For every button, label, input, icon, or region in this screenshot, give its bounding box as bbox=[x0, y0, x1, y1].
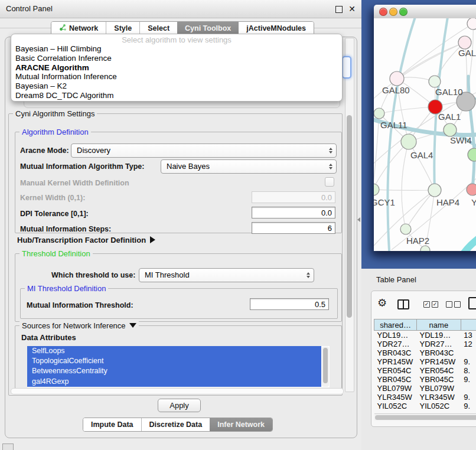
table-cell[interactable]: YDL19… bbox=[417, 331, 461, 340]
network-node-gal11[interactable] bbox=[374, 108, 384, 119]
network-node-gal1[interactable] bbox=[444, 123, 457, 136]
apply-button[interactable]: Apply bbox=[158, 399, 201, 412]
node-label-gal10: GAL10 bbox=[435, 87, 463, 97]
table-panel: Table Panel ⚙ ✓ ✓ shared…name YDL19…YDL1… bbox=[361, 269, 476, 450]
attribute-item-selfloops[interactable]: SelfLoops bbox=[27, 346, 321, 356]
table-cell[interactable]: 9. bbox=[461, 393, 476, 402]
float-window-icon[interactable] bbox=[335, 6, 343, 13]
table-cell[interactable]: YLR345W bbox=[374, 393, 417, 402]
attribute-item-betweennesscentrality[interactable]: BetweennessCentrality bbox=[27, 366, 321, 376]
data-attributes-list[interactable]: SelfLoopsTopologicalCoefficientBetweenne… bbox=[27, 346, 330, 387]
sources-toggle[interactable]: Sources for Network Inference bbox=[19, 321, 139, 330]
table-cell[interactable]: YER054C bbox=[417, 366, 461, 375]
tab-jactivemnodules[interactable]: jActiveMNodules bbox=[239, 22, 314, 35]
network-node-hap4[interactable] bbox=[428, 184, 441, 197]
table-cell[interactable]: YDR27… bbox=[374, 340, 417, 348]
table-cell[interactable]: YPR145W bbox=[417, 357, 461, 366]
table-cell[interactable]: YBL079W bbox=[374, 384, 417, 393]
table-cell[interactable]: YPR145W bbox=[374, 357, 417, 366]
attribute-item-topologicalcoefficient[interactable]: TopologicalCoefficient bbox=[27, 356, 321, 366]
network-node-gal[interactable] bbox=[458, 36, 471, 49]
scrollbar-thumb[interactable] bbox=[323, 348, 328, 383]
collapse-arrow-icon bbox=[129, 323, 136, 328]
table-cell[interactable]: YIL052C bbox=[417, 402, 461, 410]
table-cell[interactable]: YBR045C bbox=[374, 375, 417, 384]
table-cell[interactable]: YDR27… bbox=[417, 340, 461, 348]
table-cell[interactable]: YDL19… bbox=[374, 331, 417, 340]
group-title: Cyni Algorithm Settings bbox=[13, 109, 97, 118]
kernel-width-field bbox=[252, 191, 335, 203]
dropdown-option-bayesian-hill-climbing[interactable]: Bayesian – Hill Climbing bbox=[14, 44, 340, 54]
node-label-gal11: GAL11 bbox=[380, 120, 407, 130]
table-cell[interactable]: YBR043C bbox=[417, 348, 461, 357]
manual-kernel-width-checkbox[interactable] bbox=[325, 177, 334, 187]
table-cell[interactable]: 9. bbox=[461, 402, 476, 410]
dpi-tolerance-field[interactable] bbox=[252, 207, 335, 219]
dropdown-option-aracne-algorithm[interactable]: ARACNE Algorithm bbox=[14, 63, 340, 73]
table-cell[interactable]: 13 bbox=[461, 331, 476, 340]
table-cell[interactable] bbox=[461, 384, 476, 393]
table-cell[interactable]: 9. bbox=[461, 375, 476, 384]
hub-definition-toggle[interactable]: Hub/Transcription Factor Definition bbox=[17, 236, 155, 244]
scrollbar-thumb[interactable] bbox=[375, 415, 476, 420]
table-cell[interactable]: YBR045C bbox=[417, 375, 461, 384]
column-header[interactable]: shared… bbox=[374, 319, 417, 331]
column-header[interactable] bbox=[461, 319, 476, 331]
tab-style[interactable]: Style bbox=[106, 22, 139, 35]
network-node-gcy1[interactable] bbox=[374, 184, 379, 195]
table-horizontal-scrollbar[interactable] bbox=[374, 413, 476, 420]
table-cell[interactable]: YER054C bbox=[374, 366, 417, 375]
mi-steps-field[interactable] bbox=[252, 222, 335, 234]
minimize-traffic-light[interactable] bbox=[389, 8, 397, 16]
table-cell[interactable]: YBL079W bbox=[417, 384, 461, 393]
hub-definition-label: Hub/Transcription Factor Definition bbox=[17, 236, 146, 244]
network-node-hap2[interactable] bbox=[400, 224, 411, 234]
network-window-titlebar[interactable] bbox=[374, 5, 476, 19]
tab-impute-data[interactable]: Impute Data bbox=[83, 418, 141, 431]
horizontal-scrollbar[interactable] bbox=[11, 388, 344, 394]
dropdown-option-dream8-dc-tdc-algorithm[interactable]: Dream8 DC_TDC Algorithm bbox=[14, 91, 340, 100]
list-scrollbar[interactable] bbox=[322, 347, 329, 387]
network-canvas[interactable]: GALGAL80GAL10GAL1GAL11SWI4GAL4GCY1HAP4YH… bbox=[374, 18, 476, 251]
splitter-collapse-icon[interactable] bbox=[357, 217, 360, 222]
expand-arrow-icon bbox=[150, 236, 155, 243]
partial-corner-button[interactable] bbox=[2, 444, 14, 450]
dropdown-option-basic-correlation-inference[interactable]: Basic Correlation Inference bbox=[14, 54, 340, 63]
network-node-gal80[interactable] bbox=[390, 71, 404, 86]
network-node-gal4[interactable] bbox=[401, 134, 416, 149]
close-traffic-light[interactable] bbox=[379, 8, 387, 16]
spinner-arrows-icon bbox=[307, 272, 310, 278]
table-cell[interactable] bbox=[461, 348, 476, 357]
network-node-y[interactable] bbox=[467, 184, 476, 195]
network-node-swi4[interactable] bbox=[468, 148, 476, 161]
table-cell[interactable]: YLR345W bbox=[417, 393, 461, 402]
table-row: YDL19…YDL19…13 bbox=[374, 331, 476, 340]
tab-cyni-toolbox[interactable]: Cyni Toolbox bbox=[177, 22, 239, 35]
table-cell[interactable]: 8. bbox=[461, 366, 476, 375]
vertical-scrollbar[interactable] bbox=[345, 38, 354, 392]
network-node-node[interactable] bbox=[467, 18, 476, 30]
column-header[interactable]: name bbox=[417, 319, 461, 331]
scrollbar-thumb[interactable] bbox=[347, 115, 352, 318]
attribute-item-gal4rgexp[interactable]: gal4RGexp bbox=[27, 377, 321, 387]
dropdown-option-bayesian-k2[interactable]: Bayesian – K2 bbox=[14, 81, 340, 91]
tab-select[interactable]: Select bbox=[139, 22, 177, 35]
mi-algorithm-type-combobox[interactable]: Naive Bayes bbox=[161, 159, 337, 174]
aracne-mode-combobox[interactable]: Discovery bbox=[71, 144, 337, 158]
zoom-traffic-light[interactable] bbox=[399, 8, 407, 16]
tab-network[interactable]: Network bbox=[51, 22, 106, 35]
table-cell[interactable]: YBR043C bbox=[374, 348, 417, 357]
tab-discretize-data[interactable]: Discretize Data bbox=[141, 418, 210, 431]
table-cell[interactable]: YIL052C bbox=[374, 402, 417, 410]
close-icon[interactable]: ✕ bbox=[348, 4, 356, 14]
table-cell[interactable]: 9. bbox=[461, 357, 476, 366]
focused-spinner-control[interactable] bbox=[342, 56, 351, 79]
which-threshold-combobox[interactable]: MI Threshold bbox=[139, 268, 314, 282]
mi-threshold-field[interactable] bbox=[250, 298, 329, 310]
table-cell[interactable]: 12 bbox=[461, 340, 476, 348]
dropdown-option-mutual-information-inference[interactable]: Mutual Information Inference bbox=[14, 72, 340, 81]
node-label-gal1: GAL1 bbox=[438, 112, 461, 122]
tab-infer-network[interactable]: Infer Network bbox=[210, 418, 272, 431]
tab-label: Infer Network bbox=[217, 420, 265, 429]
network-node-gal10[interactable] bbox=[429, 76, 441, 87]
